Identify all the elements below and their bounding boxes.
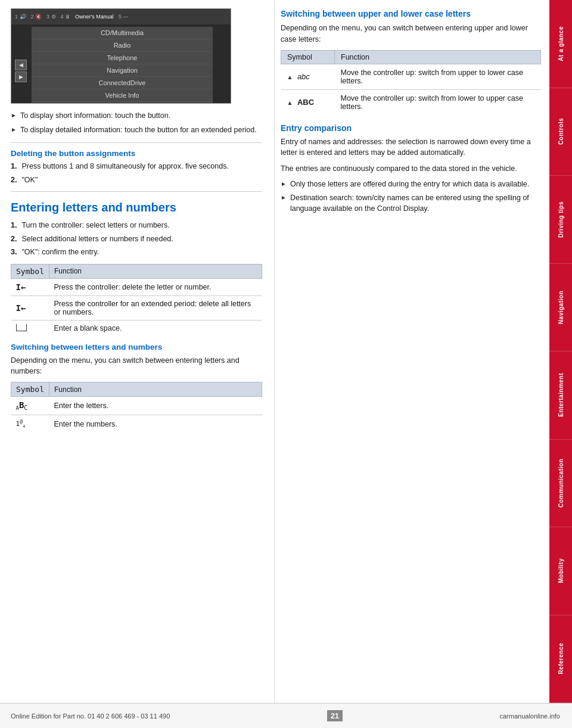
entering-step-text-3: "OK": confirm the entry.	[21, 247, 99, 258]
case-table: Symbol Function ▲ abc Move the controlle…	[281, 50, 541, 115]
divider-1	[11, 142, 262, 143]
table-row: 1@+ Enter the numbers.	[11, 415, 262, 433]
sidebar-label-communication: Communication	[558, 459, 564, 508]
table-row: ABC Enter the letters.	[11, 397, 262, 415]
sidebar-item-navigation[interactable]: Navigation	[549, 264, 572, 352]
menu-navigation[interactable]: Navigation	[32, 64, 213, 77]
deleting-step-text-1: Press buttons 1 and 8 simultaneously for…	[21, 161, 228, 172]
case-function-2: Move the controller up: switch from lowe…	[335, 89, 541, 115]
divider-2	[11, 191, 262, 192]
step-num-1: 1.	[11, 161, 17, 172]
ln-symbol-2: 1@+	[11, 415, 49, 433]
entry-comparison-text-1: Entry of names and addresses: the select…	[281, 136, 541, 159]
tab-2: 2 🔇	[31, 14, 42, 20]
screen-menu: CD/Multimedia Radio Telephone Navigation…	[32, 27, 213, 104]
entry-bullet-text-1: Only those letters are offered during th…	[290, 179, 529, 190]
symbol-table: Symbol Function I← Press the controller:…	[11, 264, 262, 337]
sidebar-item-reference[interactable]: Reference	[549, 615, 572, 704]
entry-bullet-text-2: Destination search: town/city names can …	[290, 193, 541, 214]
tab-manual: Owner's Manual	[75, 14, 114, 20]
ln-sym-header: Symbol	[11, 382, 49, 397]
table-row: ▲ ABC Move the controller up: switch fro…	[281, 89, 541, 115]
menu-vehicleinfo[interactable]: Vehicle Info	[32, 89, 213, 102]
entry-bullet-arrow-2: ►	[281, 194, 287, 214]
menu-radio[interactable]: Radio	[32, 39, 213, 52]
sidebar-item-driving-tips[interactable]: Driving tips	[549, 176, 572, 264]
entering-step-3: 3. "OK": confirm the entry.	[11, 247, 262, 258]
table-row: Enter a blank space.	[11, 320, 262, 337]
menu-settings[interactable]: Settings	[32, 102, 213, 104]
backspace-icon-1: I←	[16, 282, 26, 292]
enter-num-2: 2.	[11, 234, 17, 245]
bullet-arrow-1: ►	[11, 111, 17, 122]
sidebar-item-controls[interactable]: Controls	[549, 88, 572, 176]
abc-upper-icon: ABC	[297, 98, 314, 107]
entering-step-2: 2. Select additional letters or numbers …	[11, 234, 262, 245]
switching-letters-heading: Switching between letters and numbers	[11, 343, 262, 351]
case-function-1: Move the controller up: switch from uppe…	[335, 64, 541, 89]
page-number: 21	[327, 710, 343, 721]
sym-header: Symbol	[11, 264, 49, 278]
enter-num-1: 1.	[11, 220, 17, 231]
tab-3: 3 ⚙	[46, 14, 56, 20]
entry-comparison-heading: Entry comparison	[281, 123, 541, 133]
screen-image: 1 🔊 2 🔇 3 ⚙ 4 🖥 Owner's Manual 5 — ◀ ▶ C…	[11, 8, 231, 104]
bullet-item-1: ► To display short information: touch th…	[11, 111, 262, 122]
function-3: Enter a blank space.	[49, 320, 262, 337]
sidebar-label-controls: Controls	[558, 118, 564, 145]
abc-subscript-icon: ABC	[16, 402, 28, 410]
letters-numbers-table: Symbol Function ABC Enter the letters. 1…	[11, 382, 262, 433]
menu-connecteddrive[interactable]: ConnectedDrive	[32, 77, 213, 89]
tab-5: 5 —	[119, 14, 129, 20]
tab-1: 1 🔊	[15, 14, 26, 20]
deleting-step-1: 1. Press buttons 1 and 8 simultaneously …	[11, 161, 262, 172]
bullet-arrow-2: ►	[11, 126, 17, 136]
enter-num-3: 3.	[11, 247, 17, 258]
entry-comparison-text-2: The entries are continuously compared to…	[281, 163, 541, 175]
sidebar-label-mobility: Mobility	[558, 558, 564, 583]
space-icon	[16, 324, 27, 331]
table-row: I← Press the controller for an extended …	[11, 295, 262, 320]
triangle-up-icon-2: ▲	[287, 99, 293, 106]
deleting-list: 1. Press buttons 1 and 8 simultaneously …	[11, 161, 262, 185]
triangle-up-icon-1: ▲	[287, 74, 293, 80]
footer: Online Edition for Part no. 01 40 2 606 …	[0, 703, 572, 728]
case-symbol-2: ▲ ABC	[281, 89, 335, 115]
left-column: 1 🔊 2 🔇 3 ⚙ 4 🖥 Owner's Manual 5 — ◀ ▶ C…	[0, 0, 274, 703]
bullet-item-2: ► To display detailed information: touch…	[11, 125, 262, 136]
menu-telephone[interactable]: Telephone	[32, 52, 213, 64]
case-func-header: Function	[335, 50, 541, 64]
main-content: 1 🔊 2 🔇 3 ⚙ 4 🖥 Owner's Manual 5 — ◀ ▶ C…	[0, 0, 549, 703]
symbol-2: I←	[11, 295, 49, 320]
upper-lower-heading: Switching between upper and lower case l…	[281, 8, 541, 19]
numbers-icon: 1@+	[16, 420, 26, 428]
arrow-down[interactable]: ▶	[15, 71, 27, 82]
sidebar-item-at-a-glance[interactable]: At a glance	[549, 0, 572, 88]
menu-cd[interactable]: CD/Multimedia	[32, 27, 213, 39]
sidebar-item-entertainment[interactable]: Entertainment	[549, 351, 572, 440]
footer-left-text: Online Edition for Part no. 01 40 2 606 …	[11, 713, 170, 720]
entering-step-1: 1. Turn the controller: select letters o…	[11, 220, 262, 231]
sidebar-item-mobility[interactable]: Mobility	[549, 527, 572, 615]
ln-function-2: Enter the numbers.	[49, 415, 262, 433]
entering-heading: Entering letters and numbers	[11, 200, 262, 214]
bullet-text-2: To display detailed information: touch t…	[20, 125, 257, 136]
screen-arrows: ◀ ▶	[15, 60, 27, 82]
footer-right-text: carmanualonline.info	[499, 713, 560, 720]
upper-lower-text: Depending on the menu, you can switch be…	[281, 23, 541, 45]
bullet-text-1: To display short information: touch the …	[20, 111, 170, 122]
sidebar-item-communication[interactable]: Communication	[549, 440, 572, 528]
entering-step-text-2: Select additional letters or numbers if …	[21, 234, 173, 245]
sidebar-label-entertainment: Entertainment	[558, 373, 564, 417]
symbol-3	[11, 320, 49, 337]
abc-lower-icon: abc	[297, 72, 310, 81]
sidebar-label-at-a-glance: At a glance	[558, 26, 564, 61]
ln-function-1: Enter the letters.	[49, 397, 262, 415]
sidebar-label-driving-tips: Driving tips	[558, 201, 564, 238]
case-sym-header: Symbol	[281, 50, 335, 64]
entry-bullet-list: ► Only those letters are offered during …	[281, 179, 541, 214]
arrow-up[interactable]: ◀	[15, 60, 27, 70]
switching-letters-text: Depending on the menu, you can switch be…	[11, 355, 262, 378]
table-row: ▲ abc Move the controller up: switch fro…	[281, 64, 541, 89]
tab-4: 4 🖥	[61, 14, 71, 20]
